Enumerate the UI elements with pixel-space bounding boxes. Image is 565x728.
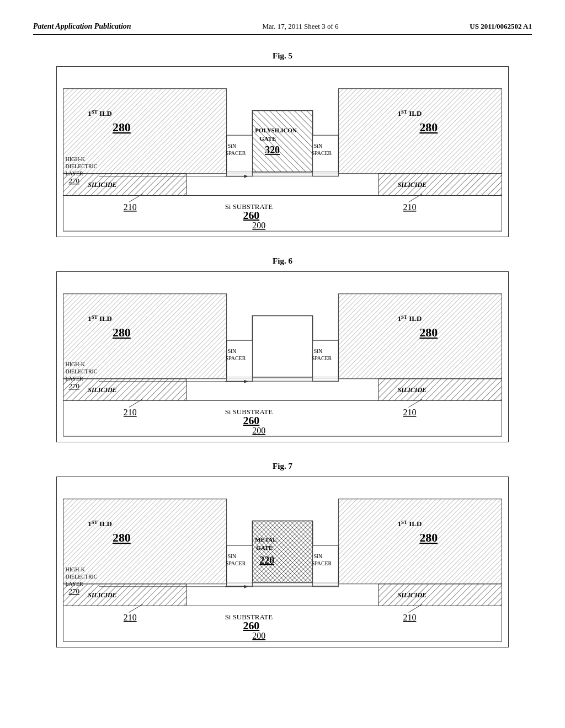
svg-text:SiN: SiN	[228, 553, 236, 559]
svg-rect-94	[63, 499, 227, 584]
svg-rect-12	[63, 89, 227, 174]
header-date-sheet: Mar. 17, 2011 Sheet 3 of 6	[262, 22, 338, 31]
svg-rect-57	[313, 377, 339, 382]
svg-text:280: 280	[419, 326, 438, 339]
svg-text:DIELECTRIC: DIELECTRIC	[66, 574, 98, 580]
header-publication-type: Patent Application Publication	[33, 22, 131, 31]
svg-text:DIELECTRIC: DIELECTRIC	[66, 163, 98, 169]
figure-6-section: Fig. 6	[33, 256, 532, 442]
svg-rect-6	[63, 174, 187, 196]
svg-rect-5	[63, 195, 502, 231]
svg-rect-50	[252, 377, 312, 382]
svg-text:200: 200	[252, 221, 265, 230]
figure-6-title: Fig. 6	[273, 256, 292, 266]
svg-text:SiN: SiN	[228, 348, 236, 354]
svg-rect-91	[252, 521, 312, 582]
svg-text:280: 280	[113, 121, 131, 134]
svg-rect-47	[63, 400, 502, 436]
svg-text:200: 200	[252, 631, 265, 640]
svg-text:200: 200	[252, 426, 265, 435]
svg-text:SILICIDE: SILICIDE	[398, 181, 427, 189]
svg-text:SiN: SiN	[314, 348, 322, 354]
svg-text:HIGH-K: HIGH-K	[66, 156, 86, 162]
svg-text:METAL: METAL	[255, 536, 276, 543]
svg-text:260: 260	[243, 414, 259, 426]
svg-rect-90	[252, 582, 312, 587]
svg-text:280: 280	[419, 121, 438, 134]
svg-text:260: 260	[243, 209, 259, 221]
figure-7-diagram: 1ST ILD 280 HIGH-K DIELECTRIC LAYER 270 …	[56, 477, 509, 647]
svg-rect-7	[379, 174, 502, 196]
svg-text:SPACER: SPACER	[312, 560, 332, 566]
svg-text:210: 210	[124, 202, 137, 212]
svg-rect-8	[252, 172, 312, 176]
figure-5-title: Fig. 5	[273, 51, 292, 61]
svg-text:SILICIDE: SILICIDE	[398, 386, 427, 394]
svg-rect-97	[313, 582, 339, 587]
svg-text:DIELECTRIC: DIELECTRIC	[66, 368, 98, 374]
svg-text:210: 210	[124, 408, 137, 417]
svg-text:GATE: GATE	[259, 135, 276, 142]
svg-text:SiN: SiN	[314, 553, 322, 559]
svg-rect-54	[63, 294, 227, 379]
figure-7-section: Fig. 7	[33, 462, 532, 647]
page-header: Patent Application Publication Mar. 17, …	[33, 22, 532, 35]
svg-text:LAYER: LAYER	[66, 170, 84, 176]
svg-text:SILICIDE: SILICIDE	[88, 386, 116, 394]
svg-text:LAYER: LAYER	[66, 581, 84, 587]
svg-rect-88	[63, 584, 187, 606]
svg-text:220: 220	[259, 555, 274, 566]
svg-text:280: 280	[113, 531, 131, 544]
svg-text:270: 270	[69, 382, 79, 390]
svg-rect-51	[252, 315, 312, 377]
svg-rect-14	[227, 172, 253, 176]
svg-text:320: 320	[265, 144, 280, 156]
svg-text:SILICIDE: SILICIDE	[398, 591, 427, 599]
svg-text:SPACER: SPACER	[226, 355, 246, 361]
svg-text:210: 210	[403, 408, 417, 417]
svg-text:HIGH-K: HIGH-K	[66, 566, 86, 572]
figure-5-section: Fig. 5	[33, 51, 532, 237]
figure-5-diagram: 1ST ILD 280 HIGH-K DIELECTRIC LAYER 270 …	[56, 66, 509, 237]
svg-text:SPACER: SPACER	[312, 355, 332, 361]
header-patent-number: US 2011/0062502 A1	[470, 22, 532, 31]
svg-text:GATE: GATE	[256, 544, 273, 551]
svg-text:SILICIDE: SILICIDE	[88, 181, 116, 189]
svg-text:POLYSILICON: POLYSILICON	[255, 127, 296, 133]
svg-text:SPACER: SPACER	[226, 560, 246, 566]
svg-rect-96	[227, 582, 253, 587]
svg-rect-56	[227, 377, 253, 382]
svg-rect-89	[379, 584, 502, 606]
svg-text:SPACER: SPACER	[312, 150, 332, 156]
svg-text:280: 280	[419, 531, 438, 544]
svg-text:LAYER: LAYER	[66, 376, 84, 382]
svg-rect-87	[63, 606, 502, 641]
svg-text:SPACER: SPACER	[226, 150, 246, 156]
figure-7-title: Fig. 7	[273, 462, 292, 471]
svg-text:SiN: SiN	[314, 143, 322, 149]
svg-rect-48	[63, 379, 187, 401]
svg-text:270: 270	[69, 587, 79, 595]
svg-text:HIGH-K: HIGH-K	[66, 361, 86, 367]
figure-6-diagram: 1ST ILD 280 HIGH-K DIELECTRIC LAYER 270 …	[56, 271, 509, 442]
svg-rect-49	[379, 379, 502, 401]
svg-text:210: 210	[124, 613, 137, 622]
svg-text:280: 280	[113, 326, 131, 339]
svg-text:SILICIDE: SILICIDE	[88, 591, 116, 599]
svg-text:260: 260	[243, 619, 259, 631]
svg-text:270: 270	[69, 176, 79, 185]
page: Patent Application Publication Mar. 17, …	[0, 0, 565, 728]
svg-text:210: 210	[403, 202, 417, 212]
svg-text:SiN: SiN	[228, 143, 236, 149]
svg-text:210: 210	[403, 613, 417, 622]
svg-rect-15	[313, 172, 339, 176]
